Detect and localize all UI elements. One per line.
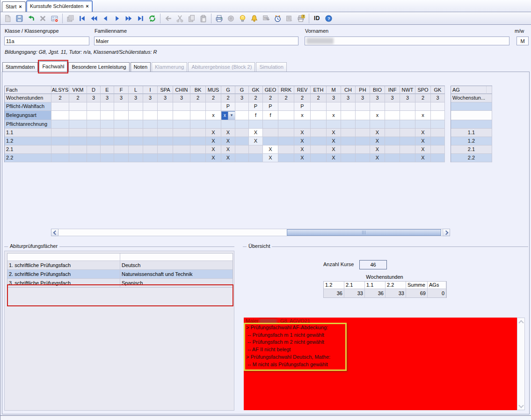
grid-cell[interactable]: 2	[206, 94, 221, 102]
grid-cell[interactable]	[294, 120, 311, 129]
grid-cell[interactable]	[415, 120, 431, 129]
tab-abiturergebnisse[interactable]: Abiturergebnisse (Block 2)	[188, 62, 255, 72]
grid-cell[interactable]	[431, 145, 445, 154]
abitur-row[interactable]: 2. schriftliche PrüfungsfachNaturwissens…	[7, 269, 233, 278]
grid-cell[interactable]: 2	[51, 94, 69, 102]
grid-cell[interactable]	[278, 137, 294, 145]
vertical-scrollbar[interactable]	[517, 318, 525, 410]
grid-cell[interactable]	[249, 154, 263, 162]
grid-cell[interactable]	[235, 145, 249, 154]
grid-cell[interactable]	[143, 111, 158, 120]
grid-cell[interactable]	[341, 137, 356, 145]
grid-cell[interactable]: x	[327, 111, 341, 120]
abitur-row[interactable]: 1. schriftliche PrüfungsfachDeutsch	[7, 261, 233, 269]
belegungsart-combobox[interactable]: x▾	[221, 111, 235, 120]
grid-cell[interactable]: 3	[356, 94, 370, 102]
grid-cell[interactable]	[190, 137, 206, 145]
grid-cell[interactable]	[87, 137, 101, 145]
grid-cell[interactable]: 3	[114, 94, 129, 102]
scrollbar-track[interactable]	[58, 229, 443, 236]
grid-cell[interactable]: 3	[101, 94, 114, 102]
grid-cell[interactable]	[114, 129, 129, 137]
grid-cell[interactable]	[385, 102, 400, 111]
grid-cell[interactable]	[278, 129, 294, 137]
grid-cell[interactable]	[129, 137, 143, 145]
grid-cell[interactable]	[341, 129, 356, 137]
grid-cell[interactable]: 3	[129, 94, 143, 102]
grid-cell[interactable]	[431, 137, 445, 145]
grid-cell[interactable]	[400, 129, 415, 137]
grid-cell[interactable]	[235, 137, 249, 145]
grid-cell[interactable]	[51, 120, 69, 129]
grid-cell[interactable]	[385, 120, 400, 129]
grid-cell[interactable]	[431, 120, 445, 129]
grid-cell[interactable]	[400, 102, 415, 111]
grid-cell[interactable]	[101, 154, 114, 162]
print-z-icon[interactable]: Z	[296, 13, 306, 23]
grid-cell[interactable]	[190, 154, 206, 162]
grid-cell[interactable]	[370, 102, 385, 111]
alarm-clock-icon[interactable]	[272, 13, 283, 23]
grid-cell[interactable]: X	[249, 137, 263, 145]
grid-cell[interactable]: X	[370, 129, 385, 137]
grid-cell[interactable]: X	[263, 145, 278, 154]
grid-cell[interactable]: X	[415, 129, 431, 137]
grid-cell[interactable]	[341, 145, 356, 154]
grid-cell[interactable]	[356, 129, 370, 137]
grid-cell[interactable]: X	[206, 145, 221, 154]
print-icon[interactable]	[214, 13, 225, 23]
grid-cell[interactable]: 3	[431, 94, 445, 102]
save-icon[interactable]	[14, 13, 25, 23]
grid-cell[interactable]: X	[327, 129, 341, 137]
grid-cell[interactable]: X	[327, 154, 341, 162]
grid-cell[interactable]	[190, 111, 206, 120]
delete-icon[interactable]	[37, 13, 48, 23]
grid-cell[interactable]	[385, 129, 400, 137]
grid-cell[interactable]: 2	[263, 94, 278, 102]
grid-cell[interactable]: 3	[143, 94, 158, 102]
grid-cell[interactable]	[101, 145, 114, 154]
grid-cell[interactable]	[143, 120, 158, 129]
grid-cell[interactable]: 2	[69, 94, 87, 102]
nav-first-icon[interactable]	[77, 13, 87, 23]
grid-cell[interactable]	[51, 145, 69, 154]
grid-cell[interactable]	[400, 154, 415, 162]
grid-cell[interactable]	[173, 120, 190, 129]
grid-cell[interactable]: 3	[385, 94, 400, 102]
new-document-icon[interactable]	[2, 13, 13, 23]
copy-record-icon[interactable]	[65, 13, 76, 23]
grid-cell[interactable]: X	[294, 137, 311, 145]
grid-cell[interactable]	[51, 102, 69, 111]
grid-cell[interactable]	[114, 145, 129, 154]
grid-cell[interactable]	[129, 129, 143, 137]
ag-cell[interactable]: Wochenstun...	[451, 94, 492, 102]
grid-cell[interactable]	[235, 129, 249, 137]
grid-cell[interactable]	[311, 154, 327, 162]
grid-cell[interactable]: 2	[190, 94, 206, 102]
grid-cell[interactable]	[101, 102, 114, 111]
ag-cell[interactable]: 2.1	[451, 145, 492, 154]
grid-cell[interactable]	[143, 129, 158, 137]
grid-cell[interactable]	[278, 145, 294, 154]
grid-cell[interactable]: x	[370, 111, 385, 120]
grid-cell[interactable]: X	[370, 137, 385, 145]
grid-cell[interactable]	[311, 111, 327, 120]
grid-cell[interactable]	[327, 102, 341, 111]
export-icon[interactable]	[284, 13, 295, 23]
grid-cell[interactable]	[69, 154, 87, 162]
grid-cell[interactable]: X	[415, 137, 431, 145]
grid-cell[interactable]: X	[327, 145, 341, 154]
horizontal-scrollbar[interactable]	[51, 229, 450, 236]
grid-cell[interactable]	[173, 102, 190, 111]
grid-cell[interactable]	[190, 102, 206, 111]
nav-fast-previous-icon[interactable]	[88, 13, 99, 23]
grid-cell[interactable]	[143, 102, 158, 111]
grid-cell[interactable]	[341, 102, 356, 111]
grid-cell[interactable]: X	[370, 154, 385, 162]
grid-cell[interactable]	[235, 154, 249, 162]
grid-cell[interactable]	[385, 111, 400, 120]
grid-cell[interactable]	[341, 111, 356, 120]
tab-kursstufe-schuelerdaten[interactable]: Kursstufe Schülerdaten×	[26, 0, 93, 12]
grid-cell[interactable]	[327, 120, 341, 129]
undo-icon[interactable]	[26, 13, 36, 23]
